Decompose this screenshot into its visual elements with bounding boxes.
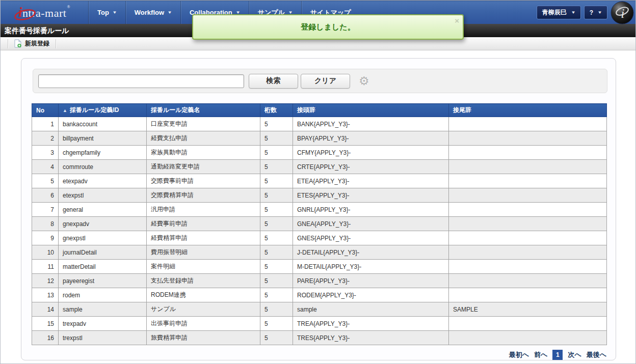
cell-digits: 5 [260,160,293,174]
table-row[interactable]: 8gnexpadv経費事前申請5GNEA{APPLY_Y3}- [32,217,607,231]
cell-prefix: RODEM{APPLY_Y3}- [293,288,449,302]
pagination-prev[interactable]: 前へ [534,350,547,359]
col-header-rule-id[interactable]: ▲採番ルール定義ID [59,104,147,117]
cell-name: 口座変更申請 [147,117,260,131]
table-row[interactable]: 5etexpadv交際費事前申請5ETEA{APPLY_Y3}- [32,174,607,188]
pagination-last[interactable]: 最後へ [587,350,606,359]
cell-id: billpayment [59,131,147,146]
cell-digits: 5 [260,117,293,131]
col-header-prefix[interactable]: 接頭辞 [293,104,449,117]
page-title: 案件番号採番ルール [5,26,69,35]
cell-prefix: GNRL{APPLY_Y3}- [293,203,449,217]
pagination-next[interactable]: 次へ [568,350,581,359]
intra-mart-emblem-icon[interactable]: i [611,1,634,24]
cell-suffix [449,131,607,146]
cell-no: 8 [32,217,59,231]
cell-suffix [449,288,607,302]
table-row[interactable]: 7general汎用申請5GNRL{APPLY_Y3}- [32,203,607,217]
cell-suffix [449,174,607,188]
new-register-button[interactable]: 新規登録 [8,37,56,50]
table-row[interactable]: 6etexpstl交際費精算申請5ETES{APPLY_Y3}- [32,188,607,203]
table-row[interactable]: 1bankaccount口座変更申請5BANK{APPLY_Y3}- [32,117,607,131]
table-row[interactable]: 9gnexpstl経費精算申請5GNES{APPLY_Y3}- [32,231,607,245]
cell-name: サンプル [147,302,260,317]
logo-registered-mark: ® [67,5,70,9]
table-row[interactable]: 11matterDetail案件明細5M-DETAIL{APPLY_Y3}- [32,260,607,274]
intra-mart-logo[interactable]: intra-mart® [1,1,88,24]
search-input[interactable] [38,74,244,88]
cell-suffix [449,117,607,131]
cell-no: 11 [32,260,59,274]
toolbar-divider [56,39,56,48]
cell-digits: 5 [260,146,293,160]
cell-no: 12 [32,274,59,288]
help-menu-button[interactable]: ? ▼ [584,6,607,19]
cell-no: 6 [32,188,59,203]
cell-no: 1 [32,117,59,131]
col-header-rule-name[interactable]: 採番ルール定義名 [147,104,260,117]
cell-no: 16 [32,331,59,345]
cell-prefix: GNEA{APPLY_Y3}- [293,217,449,231]
user-menu-button[interactable]: 青柳辰巳 ▼ [537,6,581,19]
cell-digits: 5 [260,260,293,274]
cell-prefix: ETEA{APPLY_Y3}- [293,174,449,188]
cell-name: 汎用申請 [147,203,260,217]
cell-no: 10 [32,245,59,260]
intra-mart-logo-text: intra-mart® [18,5,70,20]
nav-item-top[interactable]: Top ▼ [88,1,125,24]
chevron-down-icon: ▼ [571,10,576,15]
pagination-first[interactable]: 最初へ [509,350,529,359]
search-button[interactable]: 検索 [249,74,298,89]
new-register-label: 新規登録 [25,39,49,48]
cell-suffix [449,274,607,288]
cell-suffix [449,203,607,217]
nav-item-workflow[interactable]: Workflow ▼ [125,1,180,24]
table-row[interactable]: 16trexpstl旅費精算申請5TRES{APPLY_Y3}- [32,331,607,345]
cell-digits: 5 [260,245,293,260]
table-row[interactable]: 2billpayment経費支払申請5BPAY{APPLY_Y3}- [32,131,607,146]
cell-name: 案件明細 [147,260,260,274]
help-question-icon: ? [590,9,593,16]
cell-prefix: BANK{APPLY_Y3}- [293,117,449,131]
col-header-digits[interactable]: 桁数 [260,104,293,117]
nav-item-label: Top [97,9,109,16]
user-name-label: 青柳辰巳 [542,8,567,17]
col-header-no[interactable]: No [32,104,59,117]
cell-id: rodem [59,288,147,302]
cell-name: RODEM連携 [147,288,260,302]
col-header-suffix[interactable]: 接尾辞 [449,104,607,117]
cell-suffix: SAMPLE [449,302,607,317]
table-header-row: No ▲採番ルール定義ID 採番ルール定義名 桁数 接頭辞 接尾辞 [32,104,607,117]
table-row[interactable]: 10journalDetail費用振替明細5J-DETAIL{APPLY_Y3}… [32,245,607,260]
cell-prefix: BPAY{APPLY_Y3}- [293,131,449,146]
cell-digits: 5 [260,203,293,217]
settings-gear-icon[interactable]: ⚙ [359,75,369,87]
cell-no: 9 [32,231,59,245]
cell-name: 旅費精算申請 [147,331,260,345]
table-row[interactable]: 13rodemRODEM連携5RODEM{APPLY_Y3}- [32,288,607,302]
cell-prefix: CFMY{APPLY_Y3}- [293,146,449,160]
pagination-current-page[interactable]: 1 [552,350,563,360]
clear-button[interactable]: クリア [301,74,350,89]
cell-digits: 5 [260,231,293,245]
cell-no: 14 [32,302,59,317]
rule-table-body: 1bankaccount口座変更申請5BANK{APPLY_Y3}-2billp… [32,117,607,345]
cell-prefix: CRTE{APPLY_Y3}- [293,160,449,174]
table-row[interactable]: 12payeeregist支払先登録申請5PARE{APPLY_Y3}- [32,274,607,288]
cell-name: 経費支払申請 [147,131,260,146]
cell-no: 15 [32,317,59,331]
logo-i: i [18,5,22,20]
toast-close-icon[interactable]: × [455,16,459,25]
table-row[interactable]: 3chgempfamily家族異動申請5CFMY{APPLY_Y3}- [32,146,607,160]
pagination: 最初へ 前へ 1 次へ 最後へ [509,350,606,360]
cell-prefix: J-DETAIL{APPLY_Y3}- [293,245,449,260]
cell-suffix [449,317,607,331]
cell-digits: 5 [260,217,293,231]
table-row[interactable]: 15trexpadv出張事前申請5TREA{APPLY_Y3}- [32,317,607,331]
cell-suffix [449,260,607,274]
table-row[interactable]: 14sampleサンプル5sampleSAMPLE [32,302,607,317]
search-bar: 検索 クリア ⚙ [33,69,607,93]
cell-no: 13 [32,288,59,302]
table-row[interactable]: 4commroute通勤経路変更申請5CRTE{APPLY_Y3}- [32,160,607,174]
cell-no: 7 [32,203,59,217]
